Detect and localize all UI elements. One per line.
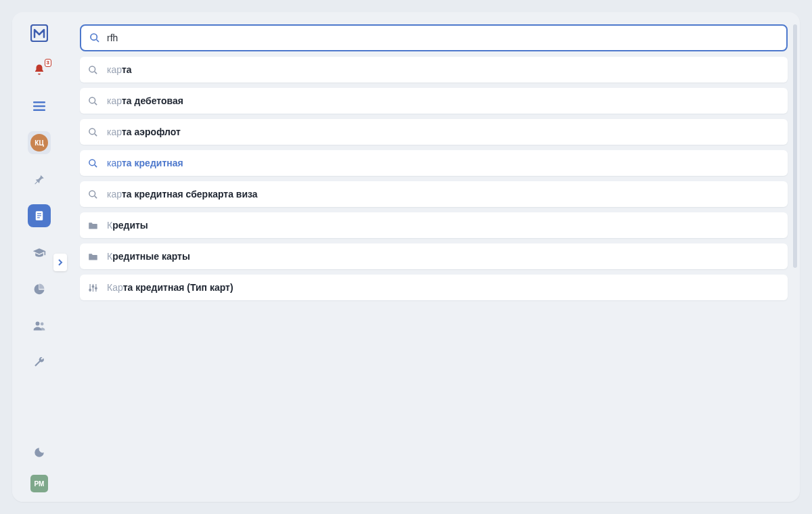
svg-point-15 bbox=[89, 190, 95, 196]
notification-badge: 3 bbox=[45, 59, 51, 67]
pie-chart-icon bbox=[33, 283, 45, 295]
suggestion-item[interactable]: карта bbox=[80, 57, 788, 83]
suggestion-item[interactable]: карта дебетовая bbox=[80, 88, 788, 114]
nav-theme-toggle[interactable] bbox=[28, 441, 51, 464]
suggestion-text: карта дебетовая bbox=[107, 95, 183, 106]
nav-users[interactable] bbox=[28, 314, 51, 337]
suggestion-text: карта кредитная bbox=[107, 158, 183, 168]
svg-point-18 bbox=[95, 287, 97, 289]
sliders-icon bbox=[88, 283, 100, 293]
svg-point-16 bbox=[89, 289, 91, 291]
pin-icon bbox=[33, 173, 45, 185]
suggestion-item[interactable]: карта кредитная сберкарта виза bbox=[80, 181, 788, 207]
document-icon bbox=[33, 210, 45, 222]
logo-m-icon bbox=[30, 24, 48, 42]
search-input[interactable] bbox=[107, 32, 778, 43]
search-icon bbox=[88, 96, 100, 106]
chevron-right-icon bbox=[57, 258, 64, 266]
svg-point-17 bbox=[92, 285, 94, 287]
suggestion-text: карта аэрофлот bbox=[107, 126, 181, 137]
sidebar-bottom: РМ bbox=[28, 441, 51, 492]
svg-point-8 bbox=[36, 322, 40, 326]
search-icon bbox=[88, 127, 100, 137]
svg-point-12 bbox=[89, 97, 95, 103]
scrollbar[interactable] bbox=[793, 24, 797, 268]
app-logo[interactable] bbox=[30, 24, 48, 42]
avatar-kc-label: КЦ bbox=[35, 139, 43, 147]
svg-point-11 bbox=[89, 66, 95, 72]
search-icon bbox=[88, 189, 100, 200]
moon-icon bbox=[33, 446, 45, 459]
avatar-kc: КЦ bbox=[30, 134, 48, 151]
nav-documents[interactable] bbox=[28, 204, 51, 227]
svg-point-13 bbox=[89, 128, 95, 134]
avatar-pm[interactable]: РМ bbox=[30, 475, 48, 492]
svg-rect-3 bbox=[33, 109, 45, 111]
sidebar-expand-handle[interactable] bbox=[53, 254, 67, 271]
suggestions-list: картакарта дебетоваякарта аэрофлоткарта … bbox=[80, 57, 788, 300]
wrench-icon bbox=[33, 356, 45, 368]
svg-rect-7 bbox=[37, 217, 40, 218]
suggestion-item[interactable]: карта аэрофлот bbox=[80, 119, 788, 145]
svg-rect-6 bbox=[37, 215, 41, 216]
nav-settings[interactable] bbox=[28, 350, 51, 373]
suggestion-item[interactable]: карта кредитная bbox=[80, 150, 788, 176]
bell-icon bbox=[33, 64, 45, 76]
suggestion-item[interactable]: Карта кредитная (Тип карт) bbox=[80, 275, 788, 300]
suggestion-item[interactable]: Кредиты bbox=[80, 212, 788, 238]
folder-icon bbox=[88, 252, 100, 261]
search-icon bbox=[88, 65, 100, 75]
suggestion-text: Карта кредитная (Тип карт) bbox=[107, 282, 233, 293]
nav-notifications[interactable]: 3 bbox=[28, 58, 51, 81]
nav-profile-kc[interactable]: КЦ bbox=[28, 131, 51, 154]
search-bar[interactable] bbox=[80, 24, 788, 51]
svg-rect-0 bbox=[31, 25, 47, 41]
svg-point-10 bbox=[91, 34, 97, 40]
svg-rect-2 bbox=[33, 106, 45, 108]
sidebar: 3 КЦ bbox=[12, 12, 66, 502]
nav-analytics[interactable] bbox=[28, 277, 51, 300]
sidebar-top: 3 КЦ bbox=[28, 24, 51, 373]
graduation-cap-icon bbox=[32, 247, 46, 258]
suggestion-text: Кредиты bbox=[107, 220, 148, 231]
svg-rect-5 bbox=[37, 213, 41, 214]
avatar-pm-label: РМ bbox=[35, 480, 45, 488]
nav-education[interactable] bbox=[28, 241, 51, 264]
svg-rect-1 bbox=[33, 101, 45, 103]
svg-point-9 bbox=[41, 323, 44, 326]
app-frame: 3 КЦ bbox=[12, 12, 800, 502]
svg-point-14 bbox=[89, 159, 95, 165]
folder-icon bbox=[88, 221, 100, 230]
suggestion-item[interactable]: Кредитные карты bbox=[80, 243, 788, 269]
search-icon bbox=[89, 32, 100, 43]
suggestion-text: карта bbox=[107, 64, 132, 75]
main-content: картакарта дебетоваякарта аэрофлоткарта … bbox=[66, 12, 800, 502]
search-icon bbox=[88, 158, 100, 168]
suggestion-text: карта кредитная сберкарта виза bbox=[107, 189, 258, 200]
nav-pin[interactable] bbox=[28, 168, 51, 191]
nav-menu[interactable] bbox=[28, 95, 51, 118]
menu-icon bbox=[33, 101, 45, 112]
suggestion-text: Кредитные карты bbox=[107, 251, 190, 262]
users-icon bbox=[32, 320, 46, 331]
